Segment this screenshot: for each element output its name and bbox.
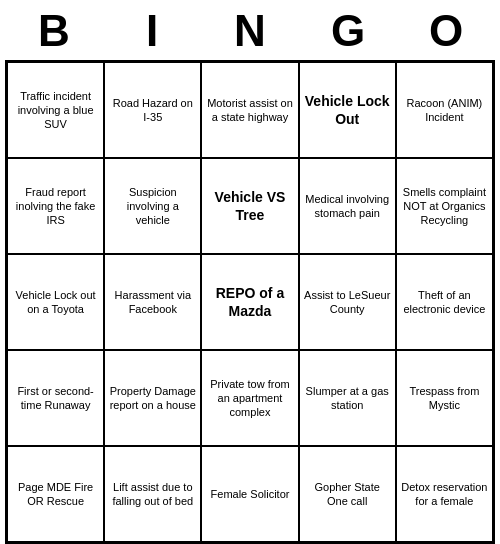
- bingo-cell-6[interactable]: Suspicion involving a vehicle: [104, 158, 201, 254]
- bingo-letter-b: B: [14, 6, 94, 56]
- bingo-cell-23[interactable]: Gopher State One call: [299, 446, 396, 542]
- bingo-cell-19[interactable]: Trespass from Mystic: [396, 350, 493, 446]
- bingo-cell-10[interactable]: Vehicle Lock out on a Toyota: [7, 254, 104, 350]
- bingo-cell-12[interactable]: REPO of a Mazda: [201, 254, 298, 350]
- bingo-letter-g: G: [308, 6, 388, 56]
- bingo-cell-17[interactable]: Private tow from an apartment complex: [201, 350, 298, 446]
- bingo-letter-n: N: [210, 6, 290, 56]
- bingo-cell-9[interactable]: Smells complaint NOT at Organics Recycli…: [396, 158, 493, 254]
- bingo-cell-4[interactable]: Racoon (ANIM) Incident: [396, 62, 493, 158]
- bingo-cell-21[interactable]: Lift assist due to falling out of bed: [104, 446, 201, 542]
- bingo-cell-20[interactable]: Page MDE Fire OR Rescue: [7, 446, 104, 542]
- bingo-cell-16[interactable]: Property Damage report on a house: [104, 350, 201, 446]
- bingo-cell-3[interactable]: Vehicle Lock Out: [299, 62, 396, 158]
- bingo-cell-1[interactable]: Road Hazard on I-35: [104, 62, 201, 158]
- bingo-letter-i: I: [112, 6, 192, 56]
- bingo-letter-o: O: [406, 6, 486, 56]
- bingo-cell-5[interactable]: Fraud report inolving the fake IRS: [7, 158, 104, 254]
- bingo-cell-2[interactable]: Motorist assist on a state highway: [201, 62, 298, 158]
- bingo-cell-8[interactable]: Medical involving stomach pain: [299, 158, 396, 254]
- bingo-cell-7[interactable]: Vehicle VS Tree: [201, 158, 298, 254]
- bingo-cell-13[interactable]: Assist to LeSueur County: [299, 254, 396, 350]
- bingo-cell-11[interactable]: Harassment via Facebook: [104, 254, 201, 350]
- bingo-title: BINGO: [5, 0, 495, 60]
- bingo-cell-22[interactable]: Female Solicitor: [201, 446, 298, 542]
- bingo-cell-14[interactable]: Theft of an electronic device: [396, 254, 493, 350]
- bingo-cell-0[interactable]: Traffic incident involving a blue SUV: [7, 62, 104, 158]
- bingo-cell-24[interactable]: Detox reservation for a female: [396, 446, 493, 542]
- bingo-cell-15[interactable]: First or second-time Runaway: [7, 350, 104, 446]
- bingo-cell-18[interactable]: Slumper at a gas station: [299, 350, 396, 446]
- bingo-grid: Traffic incident involving a blue SUVRoa…: [5, 60, 495, 544]
